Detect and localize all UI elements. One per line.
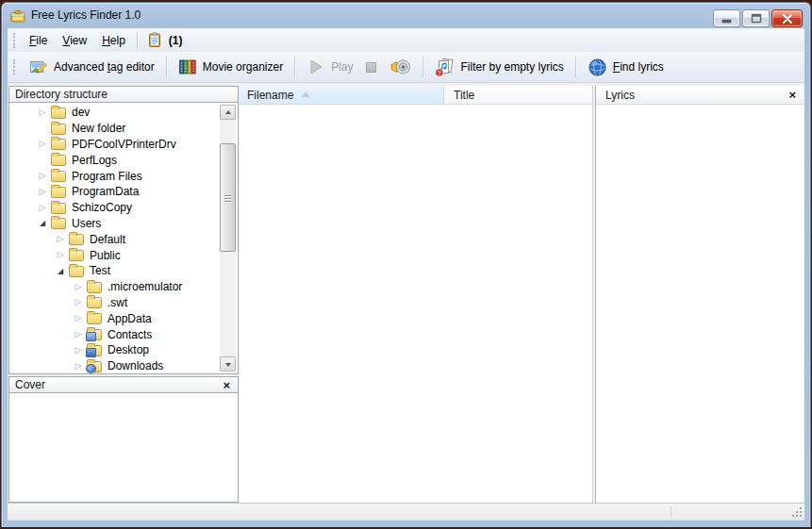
tree-item[interactable]: Public (9, 247, 238, 263)
tree-item[interactable]: dev (9, 105, 238, 121)
scroll-thumb[interactable] (220, 143, 236, 252)
folder-icon (69, 250, 84, 261)
movie-organizer-icon (178, 58, 197, 76)
expand-arrow-icon[interactable] (72, 330, 85, 339)
tree-item-label: Contacts (108, 328, 156, 341)
statusbar-separator (671, 506, 671, 517)
cover-panel-header: Cover × (8, 376, 239, 393)
expand-arrow-icon[interactable] (36, 219, 49, 227)
folder-icon (51, 124, 66, 135)
item-count-badge: (1) (169, 34, 183, 47)
toolbar-separator (166, 57, 167, 77)
expand-arrow-icon[interactable] (36, 108, 49, 117)
tree-item[interactable]: ProgramData (9, 184, 238, 200)
expand-arrow-icon[interactable] (54, 267, 67, 275)
menu-file[interactable]: File (22, 31, 55, 50)
scroll-down-button[interactable] (220, 356, 236, 372)
toolbar-separator (575, 57, 576, 77)
expand-arrow-icon[interactable] (36, 140, 49, 148)
window-title: Free Lyrics Finder 1.0 (31, 8, 141, 22)
scroll-down-icon (225, 363, 231, 370)
filter-empty-lyrics-button[interactable]: ? Filter by empty lyrics (427, 54, 571, 81)
scroll-up-button[interactable] (220, 105, 236, 120)
expand-arrow-icon[interactable] (72, 362, 85, 371)
cover-close-icon[interactable]: × (221, 379, 232, 391)
tree-item-label: .swt (108, 296, 131, 309)
titlebar[interactable]: Free Lyrics Finder 1.0 (2, 3, 810, 28)
expand-arrow-icon[interactable] (72, 346, 85, 355)
tree-item[interactable]: PerfLogs (9, 152, 238, 168)
tree-item[interactable]: Users (9, 216, 238, 232)
tree-item-label: Default (90, 233, 129, 246)
expand-arrow-icon[interactable] (36, 172, 49, 180)
cover-panel-body (8, 393, 239, 503)
tree-item[interactable]: New folder (9, 121, 238, 137)
tree-item[interactable]: Default (9, 231, 238, 247)
tree-item[interactable]: .microemulator (9, 279, 238, 295)
tree-item[interactable]: Desktop (9, 342, 238, 358)
stop-button[interactable] (366, 62, 376, 73)
folder-icon (69, 234, 84, 245)
tree-item[interactable]: Test (9, 263, 238, 279)
maximize-icon (751, 13, 762, 24)
find-lyrics-button[interactable]: Find lyrics (580, 54, 671, 81)
toolbar-separator (423, 57, 423, 77)
folder-icon (87, 313, 102, 324)
menu-view[interactable]: View (55, 31, 94, 50)
resize-grip[interactable] (791, 506, 804, 519)
left-sidebar: Directory structure dev (8, 86, 239, 503)
content-area: Directory structure dev (8, 83, 804, 503)
column-header-filename[interactable]: Filename (240, 86, 444, 104)
tree-item[interactable]: AppData (9, 310, 238, 326)
toolbar: Advanced tag editor Movie organizer (8, 52, 804, 83)
tree-item[interactable]: PDFCoolVPrinterDrv (9, 137, 238, 153)
folder-icon (51, 171, 66, 182)
minimize-icon (721, 14, 733, 24)
svg-text:?: ? (438, 69, 441, 75)
globe-icon (588, 58, 607, 77)
tree-item-label: New folder (72, 122, 129, 135)
tree-scrollbar[interactable] (220, 105, 236, 372)
maximize-button[interactable] (742, 9, 770, 27)
column-header-title[interactable]: Title (444, 86, 592, 104)
folder-icon (51, 155, 66, 166)
movie-organizer-button[interactable]: Movie organizer (171, 54, 290, 80)
directory-panel-header: Directory structure (8, 86, 239, 103)
expand-arrow-icon[interactable] (72, 314, 85, 322)
expand-arrow-icon[interactable] (36, 204, 49, 212)
expand-arrow-icon[interactable] (54, 235, 67, 243)
file-list-body[interactable] (240, 105, 592, 503)
minimize-button[interactable] (713, 9, 740, 27)
volume-button[interactable] (382, 54, 419, 80)
tree-item[interactable]: Contacts (9, 326, 238, 342)
tree-item[interactable]: Downloads (9, 358, 238, 374)
lyrics-panel-body[interactable] (596, 105, 804, 503)
folder-icon (87, 297, 102, 308)
volume-icon (389, 58, 411, 76)
tree-item-label: PDFCoolVPrinterDrv (72, 138, 180, 151)
toolbar-separator (294, 57, 295, 77)
expand-arrow-icon[interactable] (54, 251, 67, 259)
play-button[interactable]: Play (299, 54, 360, 80)
advanced-tag-editor-button[interactable]: Advanced tag editor (22, 54, 162, 80)
expand-arrow-icon[interactable] (36, 188, 49, 196)
tree-item-label: Test (90, 264, 114, 277)
lyrics-close-icon[interactable]: × (787, 89, 798, 101)
tree-item[interactable]: Program Files (9, 168, 238, 184)
close-icon (782, 14, 793, 24)
toolbar-gripper-icon[interactable] (13, 59, 16, 74)
tree-item-label: Program Files (72, 170, 146, 183)
tree-item[interactable]: .swt (9, 295, 238, 311)
expand-arrow-icon[interactable] (72, 298, 85, 306)
close-button[interactable] (771, 9, 803, 27)
statusbar (8, 503, 804, 520)
folder-icon (51, 139, 66, 150)
expand-arrow-icon[interactable] (72, 283, 85, 291)
folder-icon (87, 361, 102, 372)
tree-item-label: AppData (108, 312, 156, 325)
tree-item[interactable]: SchizoCopy (9, 200, 238, 216)
menu-help[interactable]: Help (94, 31, 133, 50)
tree-item-label: .microemulator (108, 280, 186, 293)
app-window: Free Lyrics Finder 1.0 File View Help (1, 2, 811, 527)
menubar-gripper-icon[interactable] (13, 33, 16, 48)
